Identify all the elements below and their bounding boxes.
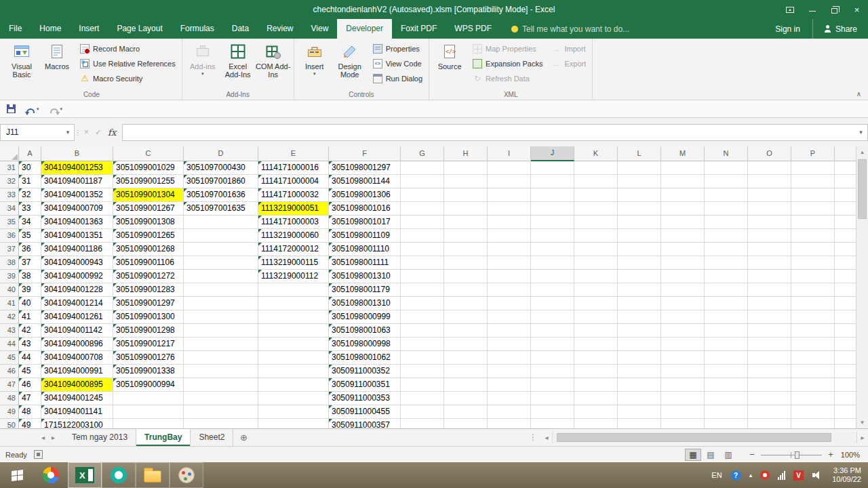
cell-N46[interactable] — [705, 365, 748, 378]
cell-G45[interactable] — [401, 351, 444, 365]
cell-J34[interactable] — [531, 202, 574, 216]
run-dialog-button[interactable]: Run Dialog — [371, 73, 425, 84]
cell-H44[interactable] — [444, 338, 488, 351]
tab-review[interactable]: Review — [258, 19, 302, 39]
cell-E33[interactable]: 1114171000032 — [258, 188, 329, 202]
row-header-44[interactable]: 44 — [0, 338, 19, 351]
cell-L46[interactable] — [618, 365, 661, 378]
cell-H46[interactable] — [444, 365, 488, 378]
cell-G44[interactable] — [401, 338, 444, 351]
cell-N38[interactable] — [705, 256, 748, 270]
cell-J40[interactable] — [531, 283, 574, 297]
cell-M41[interactable] — [661, 297, 705, 310]
taskbar-app-coccoc[interactable] — [102, 462, 136, 488]
cell-P38[interactable] — [791, 256, 835, 270]
cell-O45[interactable] — [748, 351, 791, 365]
cell-C32[interactable]: 3051099001255 — [113, 175, 184, 188]
row-header-40[interactable]: 40 — [0, 283, 19, 297]
vertical-scrollbar-thumb[interactable] — [858, 159, 867, 219]
excel-addins-button[interactable]: Excel Add-Ins — [220, 40, 256, 89]
cell-P47[interactable] — [791, 378, 835, 392]
cell-A38[interactable]: 37 — [19, 256, 41, 270]
cell-N41[interactable] — [705, 297, 748, 310]
horizontal-scrollbar-thumb[interactable] — [557, 433, 831, 442]
cell-O43[interactable] — [748, 324, 791, 338]
cell-O49[interactable] — [748, 405, 791, 419]
cell-H36[interactable] — [444, 229, 488, 243]
help-icon[interactable]: ? — [731, 470, 741, 481]
cell-M38[interactable] — [661, 256, 705, 270]
collapse-ribbon-button[interactable]: ∧ — [856, 90, 861, 98]
tab-formulas[interactable]: Formulas — [172, 19, 223, 39]
cell-K36[interactable] — [574, 229, 618, 243]
column-header-N[interactable]: N — [705, 146, 748, 161]
cell-M32[interactable] — [661, 175, 705, 188]
cell-M39[interactable] — [661, 270, 705, 283]
cell-N44[interactable] — [705, 338, 748, 351]
undo-button[interactable]: ▾ — [26, 105, 39, 113]
cell-E41[interactable] — [258, 297, 329, 310]
cell-E48[interactable] — [258, 392, 329, 405]
cell-H45[interactable] — [444, 351, 488, 365]
zoom-out-button[interactable]: − — [746, 449, 758, 460]
cell-B44[interactable]: 3041094000896 — [41, 338, 113, 351]
cell-P34[interactable] — [791, 202, 835, 216]
sign-in-button[interactable]: Sign in — [763, 19, 812, 39]
macro-record-button[interactable] — [34, 450, 43, 459]
cell-B33[interactable]: 3041094001352 — [41, 188, 113, 202]
cell-H50[interactable] — [444, 419, 488, 428]
import-button[interactable]: → Import — [549, 43, 588, 54]
cell-A41[interactable]: 40 — [19, 297, 41, 310]
row-header-43[interactable]: 43 — [0, 324, 19, 338]
cell-N36[interactable] — [705, 229, 748, 243]
cell-L38[interactable] — [618, 256, 661, 270]
cell-K35[interactable] — [574, 216, 618, 229]
cell-M35[interactable] — [661, 216, 705, 229]
cell-I50[interactable] — [488, 419, 531, 428]
vertical-scroll-track[interactable] — [856, 158, 868, 417]
cell-H43[interactable] — [444, 324, 488, 338]
cell-E34[interactable]: 1113219000051 — [258, 202, 329, 216]
column-header-B[interactable]: B — [41, 146, 113, 161]
cell-B41[interactable]: 3041094001214 — [41, 297, 113, 310]
cell-N49[interactable] — [705, 405, 748, 419]
cell-O38[interactable] — [748, 256, 791, 270]
row-header-33[interactable]: 33 — [0, 188, 19, 202]
cell-L34[interactable] — [618, 202, 661, 216]
taskbar-app-explorer[interactable] — [136, 462, 170, 488]
cell-M34[interactable] — [661, 202, 705, 216]
visual-basic-button[interactable]: Visual Basic — [4, 40, 39, 89]
cell-O35[interactable] — [748, 216, 791, 229]
cell-M44[interactable] — [661, 338, 705, 351]
cell-M42[interactable] — [661, 310, 705, 324]
cell-M33[interactable] — [661, 188, 705, 202]
cell-A37[interactable]: 36 — [19, 243, 41, 256]
cell-G40[interactable] — [401, 283, 444, 297]
cell-C35[interactable]: 3051099001308 — [113, 216, 184, 229]
cell-F32[interactable]: 3051098001144 — [329, 175, 401, 188]
cell-J42[interactable] — [531, 310, 574, 324]
cell-G46[interactable] — [401, 365, 444, 378]
cell-G48[interactable] — [401, 392, 444, 405]
cell-M46[interactable] — [661, 365, 705, 378]
cell-P49[interactable] — [791, 405, 835, 419]
cell-L44[interactable] — [618, 338, 661, 351]
cell-A36[interactable]: 35 — [19, 229, 41, 243]
cell-C31[interactable]: 3051099001029 — [113, 161, 184, 175]
cell-G39[interactable] — [401, 270, 444, 283]
cell-B40[interactable]: 3041094001228 — [41, 283, 113, 297]
row-header-48[interactable]: 48 — [0, 392, 19, 405]
cell-E50[interactable] — [258, 419, 329, 428]
design-mode-button[interactable]: Design Mode — [332, 40, 368, 89]
cell-B39[interactable]: 3041094000992 — [41, 270, 113, 283]
cell-P37[interactable] — [791, 243, 835, 256]
cell-O46[interactable] — [748, 365, 791, 378]
cell-F39[interactable]: 3051098001310 — [329, 270, 401, 283]
normal-view-button[interactable]: ▦ — [685, 449, 701, 461]
cell-J32[interactable] — [531, 175, 574, 188]
cell-O37[interactable] — [748, 243, 791, 256]
cell-P39[interactable] — [791, 270, 835, 283]
cell-L41[interactable] — [618, 297, 661, 310]
row-header-36[interactable]: 36 — [0, 229, 19, 243]
cell-A34[interactable]: 33 — [19, 202, 41, 216]
